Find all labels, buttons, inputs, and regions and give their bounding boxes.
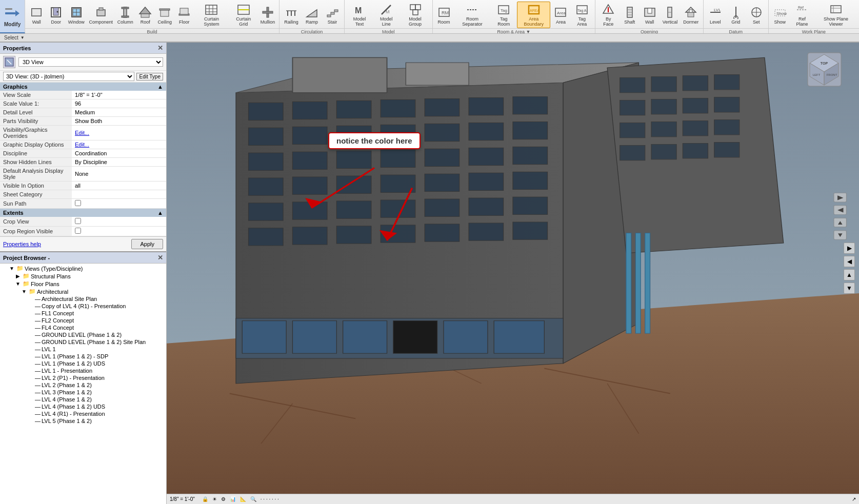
tree-item-ground-2[interactable]: — GROUND LEVEL (Phase 1 & 2) Site Plan bbox=[0, 338, 166, 346]
stair-button[interactable]: Stair bbox=[323, 2, 342, 28]
dormer-button[interactable]: Dormer bbox=[681, 2, 701, 28]
type-dropdown[interactable]: 3D View bbox=[18, 57, 163, 67]
curtain-system-button[interactable]: Curtain System bbox=[194, 2, 228, 28]
nav-arrow-right[interactable]: ▶ bbox=[844, 243, 855, 254]
navigation-cube[interactable]: TOP LEFT FRONT bbox=[805, 50, 844, 89]
tree-item-lvl2[interactable]: — LVL 2 (Phase 1 & 2) bbox=[0, 381, 166, 389]
component-button[interactable]: Component bbox=[87, 2, 114, 28]
tree-item-lvl1[interactable]: — LVL 1 bbox=[0, 346, 166, 353]
nav-arrow-down[interactable]: ▼ bbox=[844, 283, 855, 294]
expand-architectural[interactable]: ▼ bbox=[21, 289, 28, 294]
tree-item-lvl4-r1[interactable]: — LVL 4 (R1) - Presentation bbox=[0, 410, 166, 417]
canvas-icon-4[interactable]: 📊 bbox=[230, 496, 236, 502]
window-button[interactable]: Window bbox=[66, 2, 86, 28]
curtain-grid-button[interactable]: Curtain Grid bbox=[230, 2, 257, 28]
grid-button[interactable]: Grid bbox=[726, 2, 746, 28]
canvas-icon-3[interactable]: ⚙ bbox=[221, 496, 226, 502]
properties-close-btn[interactable]: ✕ bbox=[157, 44, 163, 52]
tree-item-lvl1-uds[interactable]: — LVL 1 (Phase 1 & 2) UDS bbox=[0, 360, 166, 367]
room-button[interactable]: RM Room bbox=[435, 2, 453, 28]
tree-item-architectural[interactable]: ▼ 📁 Architectural bbox=[0, 288, 166, 295]
mullion-button[interactable]: Mullion bbox=[258, 2, 277, 28]
project-browser-header[interactable]: Project Browser - ✕ bbox=[0, 252, 166, 264]
svg-rect-120 bbox=[381, 175, 415, 192]
ramp-button[interactable]: Ramp bbox=[302, 2, 322, 28]
nav-arrow-left[interactable]: ◀ bbox=[844, 256, 855, 267]
model-group-button[interactable]: Model Group bbox=[401, 2, 430, 28]
svg-rect-124 bbox=[249, 203, 284, 220]
by-face-button[interactable]: By Face bbox=[597, 2, 619, 28]
room-separator-button[interactable]: Room Separator bbox=[454, 2, 491, 28]
tree-item-arch-site-plan[interactable]: — Architectural Site Plan bbox=[0, 295, 166, 303]
vg-overrides-link[interactable]: Edit... bbox=[75, 130, 89, 136]
tree-item-lvl5[interactable]: — LVL 5 (Phase 1 & 2) bbox=[0, 417, 166, 425]
expand-floor-plans[interactable]: ▼ bbox=[14, 281, 22, 287]
canvas-icon-5[interactable]: 📐 bbox=[240, 496, 246, 502]
apply-button[interactable]: Apply bbox=[131, 239, 163, 249]
select-status[interactable]: Select bbox=[4, 35, 18, 41]
select-dropdown[interactable]: ▼ bbox=[21, 35, 25, 40]
tree-item-floor-plans[interactable]: ▼ 📁 Floor Plans bbox=[0, 280, 166, 288]
tag-room-button[interactable]: Tag Tag Room bbox=[491, 2, 516, 28]
wall-button[interactable]: Wall bbox=[27, 2, 46, 28]
show-plane-viewer-button[interactable]: Show Plane Viewer bbox=[815, 2, 857, 28]
svg-rect-0 bbox=[5, 12, 15, 14]
expand-views[interactable]: ▼ bbox=[8, 266, 15, 271]
tree-item-structural[interactable]: ▶ 📁 Structural Plans bbox=[0, 272, 166, 280]
svg-rect-122 bbox=[469, 173, 504, 190]
ceiling-button[interactable]: Ceiling bbox=[155, 2, 174, 28]
edit-type-button[interactable]: Edit Type bbox=[136, 73, 163, 80]
railing-button[interactable]: Railing bbox=[282, 2, 301, 28]
sun-path-checkbox[interactable] bbox=[75, 200, 81, 206]
tree-item-lvl4[interactable]: — LVL 4 (Phase 1 & 2) bbox=[0, 396, 166, 403]
properties-panel-header[interactable]: Properties ✕ bbox=[0, 43, 166, 54]
level-button[interactable]: LVL Level bbox=[706, 2, 725, 28]
view-name-select[interactable]: 3D View: (3D - jtolmen) bbox=[3, 72, 134, 81]
tree-item-ground-1[interactable]: — GROUND LEVEL (Phase 1 & 2) bbox=[0, 331, 166, 338]
project-browser: Project Browser - ✕ ▼ 📁 Views (Type/Disc… bbox=[0, 252, 166, 504]
canvas-icon-1[interactable]: 🔒 bbox=[202, 496, 208, 502]
main-canvas[interactable]: ▶ ◀ ▲ ▼ notice the color here TOP LEFT F… bbox=[167, 43, 859, 504]
graphic-display-link[interactable]: Edit... bbox=[75, 142, 89, 148]
tree-item-views[interactable]: ▼ 📁 Views (Type/Discipline) bbox=[0, 265, 166, 272]
canvas-icon-2[interactable]: ☀ bbox=[212, 496, 217, 502]
tree-item-lvl1-pres[interactable]: — LVL 1 - Presentation bbox=[0, 367, 166, 374]
area-boundary-button[interactable]: AREA Area Boundary bbox=[517, 2, 550, 28]
svg-rect-116 bbox=[513, 147, 548, 164]
crop-view-checkbox[interactable] bbox=[75, 218, 81, 224]
floor-button[interactable]: Floor bbox=[175, 2, 193, 28]
roof-button[interactable]: Roof bbox=[136, 2, 154, 28]
svg-rect-109 bbox=[513, 122, 548, 139]
tree-item-lvl1-sdp[interactable]: — LVL 1 (Phase 1 & 2) - SDP bbox=[0, 353, 166, 360]
model-line-button[interactable]: M Model Line bbox=[373, 2, 399, 28]
extents-section-header[interactable]: Extents ▲ bbox=[0, 209, 166, 217]
set-button[interactable]: Set bbox=[747, 2, 766, 28]
tree-item-copy-lvl4[interactable]: — Copy of LVL 4 (R1) - Presentation bbox=[0, 303, 166, 310]
graphics-section-header[interactable]: Graphics ▲ bbox=[0, 83, 166, 91]
expand-structural[interactable]: ▶ bbox=[14, 273, 22, 279]
vertical-button[interactable]: Vertical bbox=[660, 2, 680, 28]
canvas-icon-6[interactable]: 🔍 bbox=[250, 496, 256, 502]
svg-rect-136 bbox=[469, 223, 504, 240]
shaft-button[interactable]: Shaft bbox=[620, 2, 639, 28]
model-text-button[interactable]: M Model Text bbox=[347, 2, 372, 28]
tree-item-fl1[interactable]: — FL1 Concept bbox=[0, 310, 166, 317]
properties-help-link[interactable]: Properties help bbox=[3, 241, 41, 247]
svg-text:Area: Area bbox=[557, 11, 566, 15]
column-button[interactable]: Column bbox=[115, 2, 135, 28]
modify-button[interactable]: Modify bbox=[0, 0, 25, 33]
tree-item-fl4[interactable]: — FL4 Concept bbox=[0, 324, 166, 331]
show-work-plane-button[interactable]: Show Show bbox=[771, 2, 789, 28]
area-button[interactable]: Area Area bbox=[551, 2, 570, 28]
wall-opening-button[interactable]: Wall bbox=[640, 2, 659, 28]
crop-region-checkbox[interactable] bbox=[75, 228, 81, 234]
tree-item-lvl4-uds[interactable]: — LVL 4 (Phase 1 & 2) UDS bbox=[0, 403, 166, 410]
tag-area-button[interactable]: Tag A Tag Area bbox=[571, 2, 593, 28]
tree-item-lvl2-p1[interactable]: — LVL 2 (P1) - Presentation bbox=[0, 374, 166, 381]
tree-item-fl2[interactable]: — FL2 Concept bbox=[0, 317, 166, 324]
door-button[interactable]: Door bbox=[47, 2, 65, 28]
tree-item-lvl3[interactable]: — LVL 3 (Phase 1 & 2) bbox=[0, 389, 166, 396]
nav-arrow-up[interactable]: ▲ bbox=[844, 269, 855, 280]
ref-plane-button[interactable]: Ref Ref Plane bbox=[790, 2, 814, 28]
project-browser-close-btn[interactable]: ✕ bbox=[157, 254, 163, 261]
